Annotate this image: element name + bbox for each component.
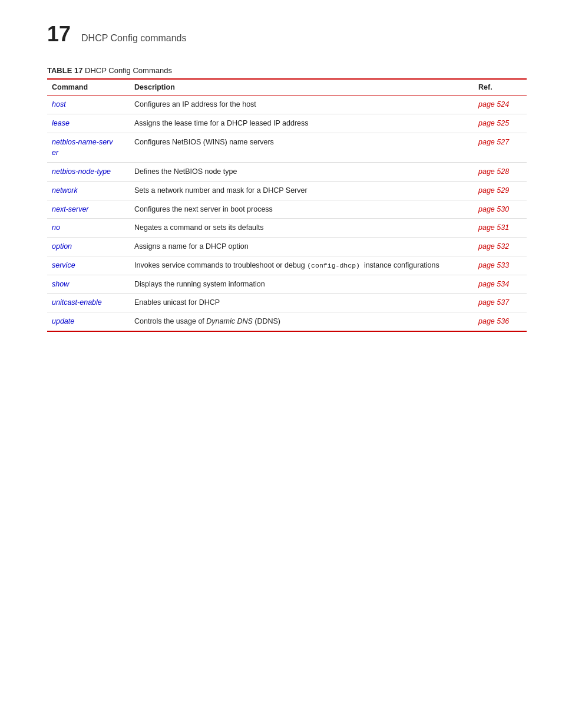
table-row: no Negates a command or sets its default… [47,219,527,238]
ref-link-netbios-name-server[interactable]: page 527 [478,138,509,146]
page-header: 17 DHCP Config commands [47,24,527,45]
desc-text: Configures an IP address for the host [134,100,256,108]
ref-link-unitcast-enable[interactable]: page 537 [478,298,509,307]
ref-link-netbios-node-type[interactable]: page 528 [478,167,509,176]
ref-cell: page 531 [474,219,527,238]
ref-cell: page 536 [474,312,527,331]
desc-text: Configures NetBIOS (WINS) name servers [134,138,274,146]
desc-cell: Assigns the lease time for a DHCP leased… [130,114,474,133]
cmd-link-next-server[interactable]: next-server [52,205,89,213]
chapter-number: 17 [47,24,71,45]
desc-cell: Controls the usage of Dynamic DNS (DDNS) [130,312,474,331]
table-row: unitcast-enable Enables unicast for DHCP… [47,294,527,312]
ref-cell: page 524 [474,95,527,114]
desc-text: Displays the running system information [134,280,265,288]
cmd-cell: update [47,312,130,331]
cmd-cell: netbios-node-type [47,163,130,182]
cmd-link-network[interactable]: network [52,186,78,195]
desc-cell: Configures the next server in boot proce… [130,200,474,219]
table-row: netbios-name-server Configures NetBIOS (… [47,133,527,163]
header-description: Description [130,79,474,95]
cmd-link-service[interactable]: service [52,261,75,269]
desc-text: Controls the usage of Dynamic DNS (DDNS) [134,317,280,325]
cmd-link-lease[interactable]: lease [52,119,70,127]
ref-link-service[interactable]: page 533 [478,261,509,269]
table-header: Command Description Ref. [47,79,527,95]
ref-link-next-server[interactable]: page 530 [478,205,509,213]
cmd-cell: netbios-name-server [47,133,130,163]
cmd-cell: service [47,256,130,275]
table-row: update Controls the usage of Dynamic DNS… [47,312,527,331]
table-label: TABLE 17 [47,66,82,75]
desc-text: Configures the next server in boot proce… [134,205,273,213]
desc-cell: Defines the NetBIOS node type [130,163,474,182]
desc-text: Assigns the lease time for a DHCP leased… [134,119,309,127]
desc-text: Invokes service commands to troubleshoot… [134,261,439,269]
cmd-cell: lease [47,114,130,133]
ref-cell: page 537 [474,294,527,312]
desc-text: Enables unicast for DHCP [134,298,220,307]
ref-cell: page 528 [474,163,527,182]
header-ref: Ref. [474,79,527,95]
desc-cell: Configures NetBIOS (WINS) name servers [130,133,474,163]
desc-text: Sets a network number and mask for a DHC… [134,186,308,195]
cmd-cell: unitcast-enable [47,294,130,312]
desc-cell: Enables unicast for DHCP [130,294,474,312]
ref-link-option[interactable]: page 532 [478,242,509,251]
desc-text: Assigns a name for a DHCP option [134,242,249,251]
desc-cell: Displays the running system information [130,275,474,294]
desc-code: (config-dhcp) [307,262,360,269]
table-row: lease Assigns the lease time for a DHCP … [47,114,527,133]
desc-text: Negates a command or sets its defaults [134,223,264,232]
cmd-link-update[interactable]: update [52,317,74,325]
table-row: next-server Configures the next server i… [47,200,527,219]
table-row: show Displays the running system informa… [47,275,527,294]
dhcp-commands-table: TABLE 17 DHCP Config Commands Command De… [47,66,527,332]
cmd-cell: network [47,181,130,200]
table-caption: TABLE 17 DHCP Config Commands [47,66,527,78]
table-row: netbios-node-type Defines the NetBIOS no… [47,163,527,182]
ref-cell: page 525 [474,114,527,133]
ref-cell: page 529 [474,181,527,200]
cmd-cell: next-server [47,200,130,219]
ref-cell: page 532 [474,238,527,256]
cmd-link-netbios-node-type[interactable]: netbios-node-type [52,167,111,176]
header-command: Command [47,79,130,95]
ref-cell: page 534 [474,275,527,294]
table-row: network Sets a network number and mask f… [47,181,527,200]
ref-cell: page 527 [474,133,527,163]
ref-link-no[interactable]: page 531 [478,223,509,232]
cmd-link-host[interactable]: host [52,100,66,108]
table-title: DHCP Config Commands [85,66,172,75]
table-body: host Configures an IP address for the ho… [47,95,527,331]
ref-link-show[interactable]: page 534 [478,280,509,288]
desc-text: Defines the NetBIOS node type [134,167,237,176]
cmd-link-option[interactable]: option [52,242,72,251]
desc-cell: Invokes service commands to troubleshoot… [130,256,474,275]
ref-cell: page 530 [474,200,527,219]
cmd-cell: no [47,219,130,238]
desc-italic: Dynamic DNS [206,317,253,325]
desc-cell: Sets a network number and mask for a DHC… [130,181,474,200]
chapter-title: DHCP Config commands [81,33,186,44]
table-row: option Assigns a name for a DHCP option … [47,238,527,256]
desc-cell: Assigns a name for a DHCP option [130,238,474,256]
cmd-cell: option [47,238,130,256]
cmd-link-show[interactable]: show [52,280,69,288]
ref-link-update[interactable]: page 536 [478,317,509,325]
ref-link-network[interactable]: page 529 [478,186,509,195]
header-row: Command Description Ref. [47,79,527,95]
cmd-link-unitcast-enable[interactable]: unitcast-enable [52,298,102,307]
desc-cell: Negates a command or sets its defaults [130,219,474,238]
ref-link-host[interactable]: page 524 [478,100,509,108]
cmd-cell: show [47,275,130,294]
table-row: service Invokes service commands to trou… [47,256,527,275]
cmd-link-netbios-name-server[interactable]: netbios-name-server [52,138,113,157]
table-row: host Configures an IP address for the ho… [47,95,527,114]
cmd-link-no[interactable]: no [52,223,60,232]
ref-link-lease[interactable]: page 525 [478,119,509,127]
ref-cell: page 533 [474,256,527,275]
desc-cell: Configures an IP address for the host [130,95,474,114]
cmd-cell: host [47,95,130,114]
